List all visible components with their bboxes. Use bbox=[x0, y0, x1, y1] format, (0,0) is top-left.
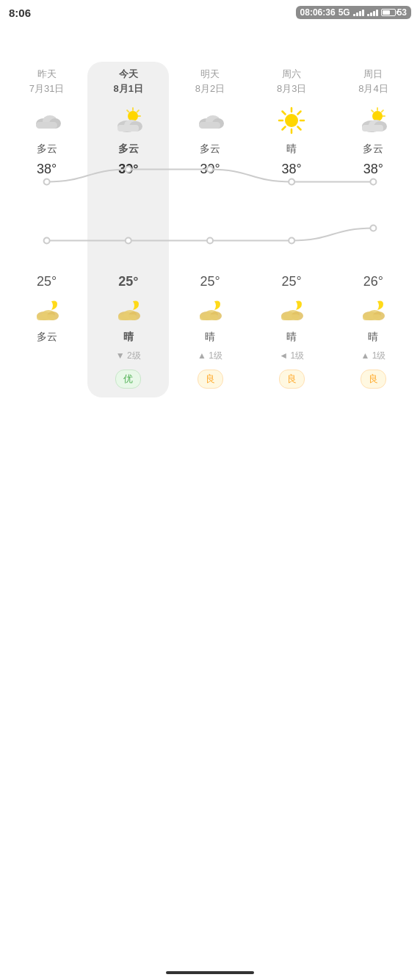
weather-desc-top: 多云 bbox=[363, 143, 383, 156]
svg-rect-50 bbox=[362, 125, 383, 131]
svg-rect-41 bbox=[281, 314, 300, 320]
temp-low: 25° bbox=[200, 274, 220, 289]
svg-line-45 bbox=[382, 110, 383, 112]
status-network: 5G bbox=[338, 7, 350, 18]
air-badge-today: 优 bbox=[115, 370, 141, 389]
status-bar: 8:06 08:06:36 5G 53 bbox=[0, 0, 420, 25]
weather-icon-bottom-yesterday bbox=[32, 295, 62, 325]
page-title bbox=[0, 41, 420, 62]
temp-high: 39° bbox=[118, 162, 138, 177]
date-label: 8月4日 bbox=[358, 82, 388, 96]
weather-icon-top-tomorrow bbox=[194, 104, 226, 137]
wind-label: ▼ 2级 bbox=[116, 350, 141, 362]
weather-icon-top-today bbox=[112, 104, 145, 137]
date-label: 8月3日 bbox=[277, 82, 306, 96]
wind-label: ▲ 1级 bbox=[361, 350, 385, 362]
day-label: 明天 bbox=[200, 68, 220, 81]
weather-desc-top: 晴 bbox=[286, 143, 297, 156]
svg-line-12 bbox=[127, 110, 128, 112]
forecast-col-tomorrow: 明天8月2日 多云39°25° 晴▲ 1级良 bbox=[169, 62, 250, 397]
svg-rect-3 bbox=[36, 122, 57, 129]
svg-line-36 bbox=[298, 112, 301, 115]
svg-point-29 bbox=[285, 114, 298, 127]
forecast-col-yesterday: 昨天7月31日 多云38°25° 多云 bbox=[6, 62, 87, 397]
weather-icon-bottom-today bbox=[114, 295, 143, 325]
battery-indicator: 53 bbox=[381, 7, 407, 18]
forecast-grid: 昨天7月31日 多云38°25° 多云今天8月1日 多云39°25° bbox=[6, 62, 414, 397]
day-label: 昨天 bbox=[37, 68, 57, 81]
temp-low: 26° bbox=[363, 274, 383, 289]
weather-desc-top: 多云 bbox=[200, 143, 220, 156]
air-badge-tomorrow: 良 bbox=[198, 370, 223, 389]
day-label: 今天 bbox=[119, 68, 138, 81]
wind-label: ▲ 1级 bbox=[198, 350, 222, 362]
svg-rect-28 bbox=[200, 314, 218, 320]
weather-desc-bottom: 晴 bbox=[123, 331, 134, 344]
forecast-col-sun: 周日8月4日 多云38°26° 晴▲ 1级良 bbox=[333, 62, 414, 397]
svg-line-46 bbox=[372, 110, 374, 112]
svg-line-11 bbox=[137, 110, 139, 112]
home-indicator bbox=[166, 971, 254, 974]
status-time-full: 08:06:36 bbox=[300, 7, 336, 18]
temp-high: 38° bbox=[363, 162, 383, 177]
temp-high: 38° bbox=[282, 162, 302, 177]
svg-rect-24 bbox=[199, 122, 220, 129]
weather-icon-top-yesterday bbox=[31, 104, 63, 137]
svg-line-35 bbox=[298, 127, 301, 130]
battery-icon bbox=[381, 9, 396, 16]
weather-desc-bottom: 多云 bbox=[37, 331, 57, 344]
temp-low: 25° bbox=[282, 274, 302, 289]
weather-desc-top: 多云 bbox=[37, 143, 57, 156]
temp-high: 39° bbox=[200, 162, 220, 177]
air-badge-sun: 良 bbox=[361, 370, 386, 389]
svg-point-42 bbox=[372, 111, 383, 121]
weather-icon-bottom-sat bbox=[277, 295, 306, 325]
svg-line-37 bbox=[283, 127, 286, 130]
forecast-container: 昨天7月31日 多云38°25° 多云今天8月1日 多云39°25° bbox=[0, 62, 420, 397]
weather-desc-bottom: 晴 bbox=[368, 331, 378, 344]
weather-icon-top-sat bbox=[275, 104, 308, 137]
svg-line-34 bbox=[283, 112, 286, 115]
svg-rect-7 bbox=[37, 314, 55, 320]
weather-icon-bottom-sun bbox=[358, 295, 388, 325]
forecast-col-sat: 周六8月3日 晴38°25° 晴◄ 1级良 bbox=[251, 62, 333, 397]
temp-high: 38° bbox=[37, 162, 57, 177]
weather-icon-top-sun bbox=[357, 104, 389, 137]
svg-rect-16 bbox=[117, 125, 139, 131]
svg-rect-20 bbox=[118, 314, 137, 320]
temp-low: 25° bbox=[37, 274, 57, 289]
svg-rect-54 bbox=[363, 314, 381, 320]
svg-point-8 bbox=[128, 111, 138, 121]
day-label: 周日 bbox=[363, 68, 383, 81]
temp-low: 25° bbox=[118, 274, 138, 289]
day-label: 周六 bbox=[282, 68, 301, 81]
weather-desc-top: 多云 bbox=[118, 143, 139, 156]
status-info: 08:06:36 5G 53 bbox=[296, 6, 411, 19]
signal-icon-2 bbox=[367, 10, 378, 16]
forecast-col-today: 今天8月1日 多云39°25° 晴▼ 2级优 bbox=[87, 62, 169, 397]
weather-icon-bottom-tomorrow bbox=[195, 295, 225, 325]
date-label: 7月31日 bbox=[29, 82, 65, 96]
back-button[interactable] bbox=[0, 26, 29, 38]
date-label: 8月1日 bbox=[114, 82, 143, 96]
weather-desc-bottom: 晴 bbox=[286, 331, 297, 344]
date-label: 8月2日 bbox=[195, 82, 225, 96]
weather-desc-bottom: 晴 bbox=[205, 331, 215, 344]
signal-icon bbox=[353, 10, 364, 16]
wind-label: ◄ 1级 bbox=[279, 350, 304, 362]
battery-level: 53 bbox=[397, 7, 407, 18]
status-time: 8:06 bbox=[9, 7, 31, 19]
air-badge-sat: 良 bbox=[279, 370, 305, 389]
